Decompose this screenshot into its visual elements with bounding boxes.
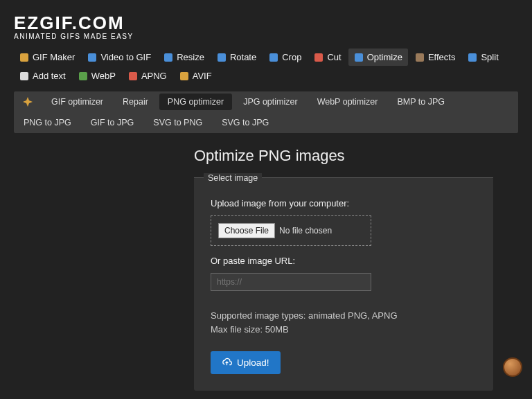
- logo-main: EZGIF.COM: [14, 12, 518, 34]
- upload-icon: [222, 357, 232, 368]
- upload-panel: Select image Upload image from your comp…: [194, 177, 493, 391]
- nav-item-avif[interactable]: AVIF: [174, 67, 218, 85]
- nav-item-label: WebP: [91, 71, 116, 81]
- upload-button-label: Upload!: [237, 357, 269, 368]
- svg-rect-6: [355, 53, 363, 62]
- avif-icon: [179, 71, 189, 81]
- nav-item-label: Optimize: [367, 52, 402, 62]
- url-input[interactable]: [211, 273, 371, 291]
- svg-rect-0: [20, 53, 28, 62]
- nav-primary: GIF MakerVideo to GIFResizeRotateCropCut…: [0, 46, 532, 89]
- page-title: Optimize PNG images: [194, 147, 532, 165]
- gif-maker-icon: [19, 53, 29, 62]
- nav-item-label: Cut: [327, 52, 341, 62]
- subnav-item-jpg-optimizer[interactable]: JPG optimizer: [233, 91, 308, 112]
- svg-rect-7: [416, 53, 424, 62]
- resize-icon: [163, 53, 173, 62]
- subnav-item-gif-optimizer[interactable]: GIF optimizer: [42, 91, 113, 112]
- nav-item-label: Video to GIF: [100, 52, 151, 62]
- nav-item-label: GIF Maker: [33, 52, 75, 62]
- nav-item-label: Crop: [282, 52, 301, 62]
- nav-item-webp[interactable]: WebP: [73, 67, 121, 85]
- svg-rect-3: [218, 53, 226, 62]
- nav-item-split[interactable]: Split: [462, 48, 504, 66]
- svg-rect-12: [180, 72, 188, 80]
- subnav-item-webp-optimizer[interactable]: WebP optimizer: [308, 91, 388, 112]
- choose-file-button[interactable]: Choose File: [218, 223, 275, 238]
- sparkle-icon: [22, 96, 33, 107]
- svg-rect-8: [468, 53, 477, 62]
- header: EZGIF.COM ANIMATED GIFS MADE EASY: [0, 0, 532, 46]
- svg-rect-2: [164, 53, 172, 62]
- effects-icon: [415, 53, 425, 62]
- webp-icon: [78, 71, 88, 81]
- nav-item-label: Effects: [428, 52, 456, 62]
- svg-rect-11: [129, 72, 137, 80]
- support-info: Supported image types: animated PNG, APN…: [211, 309, 477, 336]
- nav-item-cut[interactable]: Cut: [308, 48, 346, 66]
- max-file-size: Max file size: 50MB: [211, 323, 477, 337]
- nav-item-label: Rotate: [230, 52, 256, 62]
- split-icon: [468, 53, 477, 62]
- nav-item-label: APNG: [141, 71, 167, 81]
- logo[interactable]: EZGIF.COM ANIMATED GIFS MADE EASY: [14, 12, 518, 40]
- video-icon: [87, 53, 97, 62]
- svg-rect-1: [88, 53, 96, 62]
- subnav-item-repair[interactable]: Repair: [113, 91, 158, 112]
- apng-icon: [128, 71, 138, 81]
- help-bubble-icon[interactable]: [503, 357, 522, 377]
- nav-item-label: Add text: [33, 71, 66, 81]
- url-label: Or paste image URL:: [211, 256, 477, 266]
- nav-item-effects[interactable]: Effects: [409, 48, 461, 66]
- logo-sub: ANIMATED GIFS MADE EASY: [14, 33, 518, 40]
- svg-rect-10: [79, 72, 87, 80]
- svg-rect-5: [314, 53, 323, 62]
- nav-item-optimize[interactable]: Optimize: [348, 48, 408, 66]
- nav-item-crop[interactable]: Crop: [263, 48, 307, 66]
- nav-item-resize[interactable]: Resize: [158, 48, 210, 66]
- file-dropzone[interactable]: Choose File No file chosen: [211, 215, 371, 246]
- text-icon: [19, 71, 29, 81]
- nav-item-label: AVIF: [193, 71, 212, 81]
- nav-item-rotate[interactable]: Rotate: [211, 48, 262, 66]
- cut-icon: [314, 53, 323, 62]
- svg-marker-13: [23, 97, 33, 107]
- svg-rect-4: [269, 53, 278, 62]
- rotate-icon: [217, 53, 227, 62]
- subnav-item-png-optimizer[interactable]: PNG optimizer: [159, 94, 232, 110]
- subnav-item-bmp-to-jpg[interactable]: BMP to JPG: [387, 91, 454, 112]
- subnav: GIF optimizerRepairPNG optimizerJPG opti…: [14, 91, 518, 133]
- subnav-item-svg-to-png[interactable]: SVG to PNG: [143, 112, 212, 133]
- nav-item-video-to-gif[interactable]: Video to GIF: [82, 48, 157, 66]
- nav-item-apng[interactable]: APNG: [123, 67, 172, 85]
- nav-item-label: Resize: [177, 52, 204, 62]
- fieldset-legend: Select image: [204, 173, 262, 183]
- subnav-item-svg-to-jpg[interactable]: SVG to JPG: [212, 112, 278, 133]
- subnav-item-gif-to-jpg[interactable]: GIF to JPG: [81, 112, 144, 133]
- nav-item-gif-maker[interactable]: GIF Maker: [14, 48, 80, 66]
- subnav-home[interactable]: [14, 91, 42, 112]
- upload-button[interactable]: Upload!: [211, 351, 281, 374]
- main-content: Optimize PNG images Select image Upload …: [0, 133, 532, 391]
- crop-icon: [269, 53, 278, 62]
- svg-rect-9: [20, 72, 28, 80]
- supported-types: Supported image types: animated PNG, APN…: [211, 309, 477, 323]
- nav-item-label: Split: [481, 52, 498, 62]
- nav-item-add-text[interactable]: Add text: [14, 67, 71, 85]
- optimize-icon: [354, 53, 364, 62]
- file-status: No file chosen: [279, 226, 332, 236]
- subnav-item-png-to-jpg[interactable]: PNG to JPG: [14, 112, 81, 133]
- upload-label: Upload image from your computer:: [211, 198, 477, 209]
